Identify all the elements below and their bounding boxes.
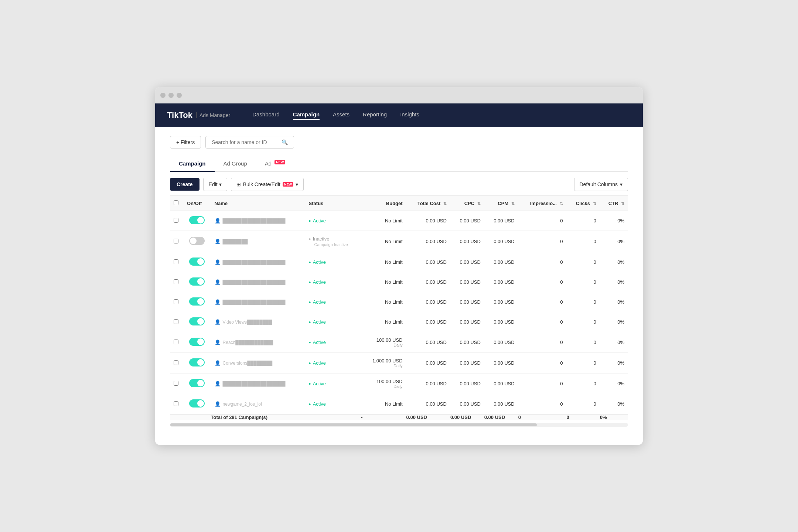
campaign-name[interactable]: 👤 ████████████████████ <box>215 279 301 285</box>
row-impressions-cell: 0 <box>518 292 567 312</box>
toggle-switch[interactable] <box>189 379 205 387</box>
scrollbar-thumb[interactable] <box>170 423 537 426</box>
budget-period: Daily <box>365 343 402 347</box>
tab-campaign[interactable]: Campaign <box>170 156 215 171</box>
new-badge: NEW <box>274 160 285 164</box>
header-cpm[interactable]: CPM ⇅ <box>484 196 518 211</box>
campaign-name[interactable]: 👤 ████████████████████ <box>215 381 301 386</box>
row-checkbox[interactable] <box>174 239 178 243</box>
footer-total-cost: 0.00 USD <box>406 414 450 420</box>
filter-button[interactable]: + Filters <box>170 136 201 149</box>
row-budget-cell: No Limit <box>361 292 406 312</box>
campaign-name[interactable]: 👤 ████████████████████ <box>215 299 301 305</box>
budget-value: No Limit <box>365 279 402 285</box>
campaign-name-text: Reach████████████ <box>223 340 273 345</box>
row-total-cost-cell: 0.00 USD <box>406 292 450 312</box>
status-active: Active <box>309 340 358 345</box>
bulk-create-edit-button[interactable]: ⊞ Bulk Create/Edit NEW ▾ <box>231 178 304 191</box>
toggle-switch[interactable] <box>189 237 205 245</box>
toggle-switch[interactable] <box>189 317 205 325</box>
toggle-switch[interactable] <box>189 216 205 224</box>
row-checkbox-cell <box>170 252 183 272</box>
row-cpm-cell: 0.00 USD <box>484 312 518 332</box>
row-name-cell: 👤 ████████████████████ <box>211 252 305 272</box>
toggle-switch[interactable] <box>189 258 205 266</box>
row-checkbox-cell <box>170 353 183 374</box>
row-name-cell: 👤 ████████ <box>211 231 305 252</box>
row-toggle-cell <box>183 252 211 272</box>
row-clicks-cell: 0 <box>567 211 600 231</box>
toggle-switch[interactable] <box>189 297 205 306</box>
row-status-cell: Active <box>305 292 361 312</box>
header-total-cost[interactable]: Total Cost ⇅ <box>406 196 450 211</box>
row-cpc-cell: 0.00 USD <box>450 353 484 374</box>
tab-ad[interactable]: Ad NEW <box>256 156 294 171</box>
budget-period: Daily <box>365 364 402 368</box>
tab-ad-group[interactable]: Ad Group <box>215 156 256 171</box>
budget-value: 1,000.00 USD <box>365 358 402 364</box>
budget-value: 100.00 USD <box>365 379 402 384</box>
campaign-name[interactable]: 👤 ████████████████████ <box>215 218 301 224</box>
row-ctr-cell: 0% <box>600 394 628 415</box>
row-status-cell: Active <box>305 374 361 394</box>
row-checkbox[interactable] <box>174 218 178 223</box>
create-button[interactable]: Create <box>170 178 200 191</box>
campaign-name[interactable]: 👤 ████████████████████ <box>215 259 301 265</box>
default-columns-button[interactable]: Default Columns ▾ <box>574 178 628 191</box>
brand: TikTok Ads Manager <box>167 110 230 120</box>
row-status-cell: Active <box>305 211 361 231</box>
row-toggle-cell <box>183 332 211 353</box>
campaign-name[interactable]: 👤 Reach████████████ <box>215 340 301 345</box>
header-cpc[interactable]: CPC ⇅ <box>450 196 484 211</box>
header-clicks[interactable]: Clicks ⇅ <box>567 196 600 211</box>
row-ctr-cell: 0% <box>600 312 628 332</box>
nav-reporting[interactable]: Reporting <box>363 111 387 120</box>
toggle-switch[interactable] <box>189 277 205 286</box>
row-checkbox[interactable] <box>174 360 178 365</box>
toggle-switch[interactable] <box>189 399 205 407</box>
horizontal-scrollbar[interactable] <box>170 423 628 427</box>
row-toggle-cell <box>183 231 211 252</box>
header-ctr[interactable]: CTR ⇅ <box>600 196 628 211</box>
row-checkbox[interactable] <box>174 279 178 284</box>
person-icon: 👤 <box>215 299 221 305</box>
toggle-switch[interactable] <box>189 358 205 366</box>
row-checkbox[interactable] <box>174 319 178 324</box>
status-active: Active <box>309 360 358 366</box>
row-name-cell: 👤 ████████████████████ <box>211 272 305 292</box>
row-status-cell: Active <box>305 394 361 415</box>
campaign-name[interactable]: 👤 ████████ <box>215 239 301 244</box>
row-cpc-cell: 0.00 USD <box>450 211 484 231</box>
row-toggle-cell <box>183 272 211 292</box>
close-dot <box>160 93 166 98</box>
row-checkbox[interactable] <box>174 381 178 386</box>
header-impressions[interactable]: Impressio... ⇅ <box>518 196 567 211</box>
search-input[interactable] <box>212 139 279 145</box>
row-checkbox[interactable] <box>174 299 178 304</box>
row-checkbox-cell <box>170 394 183 415</box>
row-clicks-cell: 0 <box>567 332 600 353</box>
row-total-cost-cell: 0.00 USD <box>406 252 450 272</box>
row-toggle-cell <box>183 312 211 332</box>
nav-dashboard[interactable]: Dashboard <box>252 111 279 120</box>
campaign-name[interactable]: 👤 newgame_2_ios_ioi <box>215 401 301 407</box>
row-cpm-cell: 0.00 USD <box>484 231 518 252</box>
row-impressions-cell: 0 <box>518 252 567 272</box>
row-clicks-cell: 0 <box>567 374 600 394</box>
sort-cpm-icon: ⇅ <box>511 201 515 206</box>
nav-campaign[interactable]: Campaign <box>293 111 320 120</box>
nav-assets[interactable]: Assets <box>333 111 349 120</box>
campaign-name[interactable]: 👤 Conversions████████ <box>215 360 301 366</box>
row-checkbox[interactable] <box>174 340 178 344</box>
campaign-name[interactable]: 👤 Video Views████████ <box>215 319 301 325</box>
table-row: 👤 Reach████████████ Active100.00 USDDail… <box>170 332 628 353</box>
edit-button[interactable]: Edit ▾ <box>203 178 227 191</box>
footer-cpm: 0.00 USD <box>484 414 518 420</box>
nav-insights[interactable]: Insights <box>400 111 419 120</box>
table-actions: Create Edit ▾ ⊞ Bulk Create/Edit NEW ▾ D… <box>170 178 628 191</box>
row-checkbox[interactable] <box>174 401 178 406</box>
select-all-checkbox[interactable] <box>174 200 178 205</box>
toggle-switch[interactable] <box>189 338 205 346</box>
row-impressions-cell: 0 <box>518 312 567 332</box>
row-checkbox[interactable] <box>174 259 178 264</box>
